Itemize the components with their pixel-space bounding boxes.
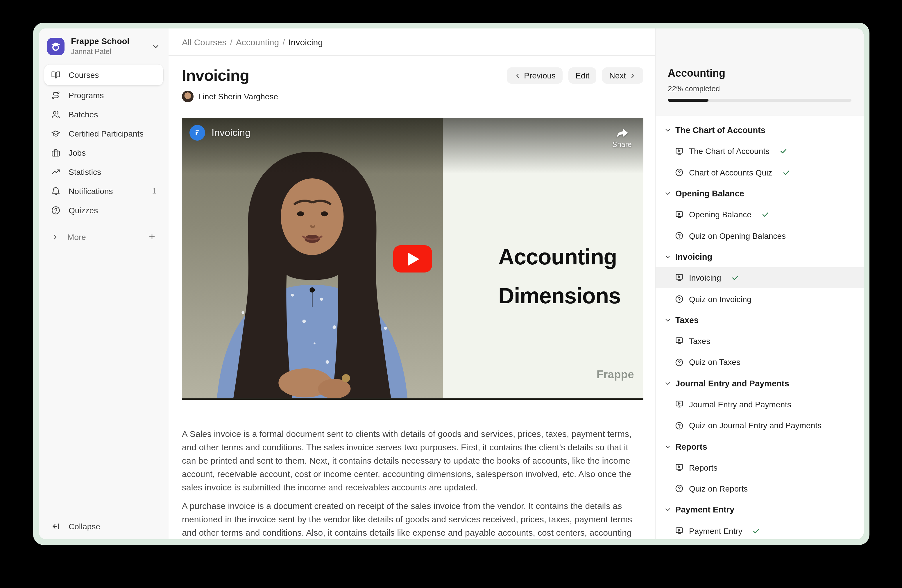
outline-section-journal-entry-and-payments[interactable]: Journal Entry and Payments [656,373,864,394]
chevron-right-icon [51,233,59,241]
course-outline-list: The Chart of AccountsThe Chart of Accoun… [656,116,864,539]
outline-item-quiz-on-invoicing[interactable]: Quiz on Invoicing [656,288,864,310]
slide-title: Accounting Dimensions [498,238,621,316]
chevron-down-icon [664,189,672,197]
edit-button[interactable]: Edit [568,67,596,84]
video-title-text[interactable]: Invoicing [211,127,251,139]
sidebar-item-jobs[interactable]: Jobs [44,143,163,162]
video-lesson-icon [675,147,684,156]
desktop-background: Frappe School Jannat Patel CoursesProgra… [0,0,902,588]
outline-section-the-chart-of-accounts[interactable]: The Chart of Accounts [656,120,864,141]
user-name: Jannat Patel [71,48,129,55]
outline-item-taxes[interactable]: Taxes [656,331,864,352]
sidebar-item-programs[interactable]: Programs [44,85,163,105]
outline-section-opening-balance[interactable]: Opening Balance [656,183,864,204]
briefcase-icon [51,148,60,157]
outline-item-quiz-on-opening-balances[interactable]: Quiz on Opening Balances [656,225,864,246]
frappe-f-icon [193,128,202,137]
chevron-left-icon [514,72,521,79]
video-lesson-icon [675,337,684,346]
outline-item-reports[interactable]: Reports [656,457,864,479]
breadcrumb-separator: / [230,37,232,47]
sidebar-nav: CoursesProgramsBatchesCertified Particip… [44,64,163,220]
share-button[interactable]: Share [612,125,632,149]
users-icon [51,109,60,119]
notification-count-badge: 1 [152,186,157,195]
collapse-sidebar-icon [51,522,60,531]
lesson-content: Invoicing Previous Edit Next [169,56,655,539]
graduation-cap-icon [51,129,60,138]
sidebar-more-button[interactable]: More [44,227,163,246]
breadcrumb-accounting[interactable]: Accounting [236,37,279,47]
check-icon [782,168,790,176]
video-lesson-icon [675,463,684,472]
sidebar-collapse-button[interactable]: Collapse [51,517,100,536]
bell-icon [51,186,60,195]
school-name: Frappe School [71,37,129,45]
chevron-down-icon [664,443,672,450]
progress-bar [668,99,852,102]
add-icon[interactable] [148,232,157,241]
outline-item-invoicing[interactable]: Invoicing [656,267,864,288]
share-icon [615,125,630,140]
sidebar-item-notifications[interactable]: Notifications1 [44,181,163,200]
breadcrumb-separator: / [282,37,285,47]
outline-item-payment-entry[interactable]: Payment Entry [656,520,864,539]
play-icon [408,252,419,265]
outline-item-chart-of-accounts-quiz[interactable]: Chart of Accounts Quiz [656,162,864,183]
sidebar-item-certified-participants[interactable]: Certified Participants [44,124,163,143]
sidebar-item-statistics[interactable]: Statistics [44,162,163,181]
outline-item-the-chart-of-accounts[interactable]: The Chart of Accounts [656,141,864,162]
outline-item-quiz-on-reports[interactable]: Quiz on Reports [656,478,864,499]
chevron-down-icon [664,316,672,324]
workspace-switcher[interactable]: Frappe School Jannat Patel [47,37,160,55]
outline-section-payment-entry[interactable]: Payment Entry [656,499,864,521]
course-title: Accounting [668,67,725,80]
video-lesson-icon [675,400,684,409]
outline-section-invoicing[interactable]: Invoicing [656,246,864,267]
outline-item-quiz-on-journal-entry-and-payments[interactable]: Quiz on Journal Entry and Payments [656,415,864,436]
next-button[interactable]: Next [602,67,644,84]
sidebar-item-quizzes[interactable]: Quizzes [44,200,163,220]
breadcrumb: All Courses / Accounting / Invoicing [169,28,655,56]
help-circle-icon [51,205,60,215]
quiz-icon [675,484,684,493]
school-logo [47,38,64,55]
check-icon [731,274,739,282]
quiz-icon [675,231,684,240]
previous-button[interactable]: Previous [506,67,562,84]
author-name: Linet Sherin Varghese [198,92,278,101]
course-outline-panel: Accounting 22% completed The Chart of Ac… [655,28,864,539]
quiz-icon [675,358,684,367]
video-player[interactable]: Accounting Dimensions Frappe [182,118,644,400]
sidebar-item-batches[interactable]: Batches [44,105,163,124]
breadcrumb-current: Invoicing [288,37,323,47]
app-window: Frappe School Jannat Patel CoursesProgra… [39,28,864,539]
collapse-label: Collapse [69,522,100,531]
outline-section-taxes[interactable]: Taxes [656,310,864,331]
play-button[interactable] [393,245,432,272]
outline-item-quiz-on-taxes[interactable]: Quiz on Taxes [656,352,864,373]
chevron-down-icon [664,253,672,261]
graduation-cap-logo-icon [50,41,62,52]
video-lesson-icon [675,274,684,282]
quiz-icon [675,295,684,303]
outline-section-reports[interactable]: Reports [656,436,864,457]
avatar [182,91,194,102]
sidebar-item-courses[interactable]: Courses [44,64,163,85]
outline-item-journal-entry-and-payments[interactable]: Journal Entry and Payments [656,394,864,415]
main-content: All Courses / Accounting / Invoicing Inv… [169,28,655,539]
check-icon [761,211,769,219]
outline-item-opening-balance[interactable]: Opening Balance [656,204,864,225]
progress-label: 22% completed [668,84,720,93]
video-lesson-icon [675,526,684,535]
breadcrumb-all-courses[interactable]: All Courses [182,37,226,47]
share-label: Share [612,141,632,149]
video-lesson-icon [675,210,684,219]
check-icon [752,527,761,535]
channel-avatar-icon[interactable] [189,125,205,141]
frappe-watermark: Frappe [597,368,634,381]
quiz-icon [675,421,684,430]
lesson-paragraph: A purchase invoice is a document created… [182,499,644,539]
app-window-frame: Frappe School Jannat Patel CoursesProgra… [33,23,869,545]
